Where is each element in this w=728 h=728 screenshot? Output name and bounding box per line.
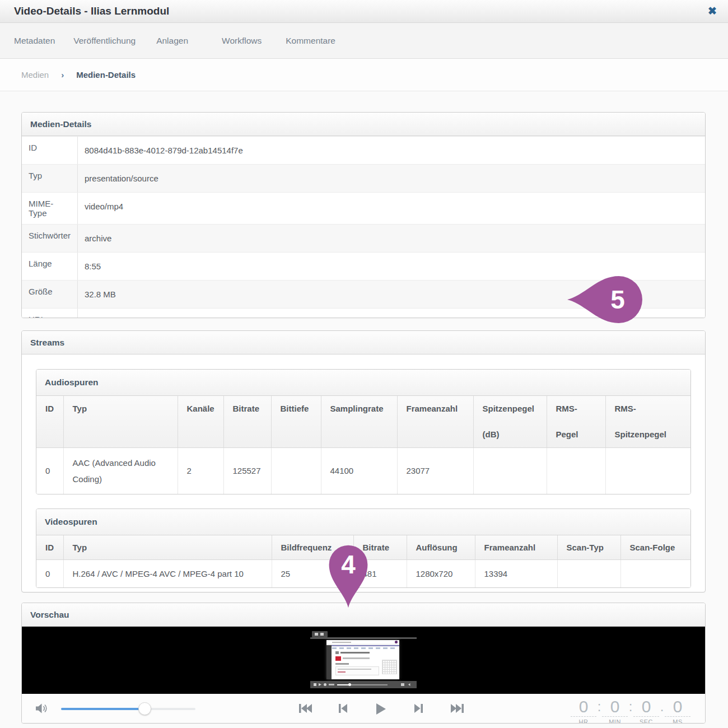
audio-track-row: 0 AAC (Advanced Audio Coding) 2 125527 4… (36, 448, 691, 494)
column-header: RMS-Pegel (547, 396, 605, 448)
cell: 2 (178, 448, 223, 494)
preview-video-area[interactable] (22, 627, 705, 694)
cell (605, 448, 691, 494)
cell: 23077 (397, 448, 473, 494)
cell: AAC (Advanced Audio Coding) (63, 448, 178, 494)
cell: 13394 (475, 560, 557, 587)
close-icon[interactable]: ✖ (708, 3, 717, 19)
column-header: Bitrate (223, 396, 271, 448)
cell: H.264 / AVC / MPEG-4 AVC / MPEG-4 part 1… (63, 560, 272, 587)
volume-icon[interactable] (34, 701, 49, 718)
media-url-link[interactable]: https://admin.opencast.unibe.ch/assets/a… (85, 315, 564, 318)
audio-header-row: ID Typ Kanäle Bitrate Bittiefe Samplingr… (36, 396, 691, 448)
skip-to-end-button[interactable] (450, 702, 464, 717)
thumbnail-browser-window (326, 640, 399, 679)
cell: 44100 (321, 448, 397, 494)
volume-slider-fill (61, 708, 145, 710)
detail-label: Typ (22, 165, 78, 192)
column-header: ID (36, 535, 63, 560)
detail-row-stichwoerter: Stichwörter archive (22, 224, 705, 252)
column-header: Frameanzahl (475, 535, 557, 560)
column-header: Typ (63, 535, 272, 560)
tab-anlagen[interactable]: Anlagen (156, 36, 188, 46)
tab-kommentare[interactable]: Kommentare (286, 36, 335, 46)
play-button[interactable] (375, 702, 387, 718)
detail-value: 8084d41b-883e-4012-879d-12ab14514f7e (78, 137, 705, 164)
video-tracks-title: Videospuren (36, 509, 690, 535)
column-header: Samplingrate (321, 396, 397, 448)
column-header: Scan-Typ (557, 535, 620, 560)
column-header: Frameanzahl (397, 396, 473, 448)
column-header: RMS-Spitzenpegel (605, 396, 691, 448)
detail-row-mime: MIME-Type video/mp4 (22, 192, 705, 224)
streams-title: Streams (22, 331, 705, 354)
column-header: Kanäle (178, 396, 223, 448)
player-controls-bar: 0 HR : 0 MIN : 0 SEC . 0 MS (22, 694, 705, 723)
detail-label: Länge (22, 253, 78, 280)
column-header: Scan-Folge (620, 535, 691, 560)
video-thumbnail (310, 629, 417, 691)
chevron-right-icon: › (61, 70, 64, 80)
detail-label: ID (22, 137, 78, 164)
column-header: ID (36, 396, 63, 448)
timecode-separator: : (628, 697, 633, 716)
timecode-hours-field[interactable]: 0 (571, 697, 596, 717)
cell: 0 (36, 448, 63, 494)
tab-bar: Metadaten Veröffentlichung Anlagen Workf… (0, 23, 728, 59)
media-details-title: Medien-Details (22, 113, 705, 136)
cell (557, 560, 620, 587)
tab-workflows[interactable]: Workflows (222, 36, 262, 46)
detail-value: video/mp4 (78, 193, 705, 224)
detail-value: archive (78, 225, 705, 252)
timecode-display: 0 HR : 0 MIN : 0 SEC . 0 MS (571, 697, 690, 724)
tab-metadaten[interactable]: Metadaten (14, 36, 55, 46)
column-header: Typ (63, 396, 178, 448)
audio-tracks-title: Audiospuren (36, 370, 690, 396)
timecode-separator: . (659, 697, 665, 716)
timecode-ms-field[interactable]: 0 (665, 697, 690, 717)
detail-label: Größe (22, 281, 78, 308)
audio-tracks-panel: Audiospuren ID Typ Kanäle Bitrate Bittie… (36, 369, 691, 494)
skip-to-start-button[interactable] (298, 702, 313, 717)
timecode-seconds-field[interactable]: 0 (633, 697, 659, 717)
cell: 125527 (223, 448, 271, 494)
volume-slider-handle[interactable] (138, 702, 151, 715)
timecode-seconds-label: SEC (633, 718, 659, 724)
detail-row-typ: Typ presentation/source (22, 164, 705, 192)
detail-label: Stichwörter (22, 225, 78, 252)
thumbnail-player-bar (310, 681, 417, 688)
page-title: Video-Details - Ilias Lernmodul (14, 0, 169, 22)
detail-label: URL (22, 309, 78, 318)
cell (620, 560, 691, 587)
cell (473, 448, 547, 494)
breadcrumb-current: Medien-Details (76, 70, 136, 80)
timecode-separator: : (596, 697, 602, 716)
cell (271, 448, 321, 494)
cell: 0 (36, 560, 63, 587)
cell: 1280x720 (407, 560, 475, 587)
timecode-hours-label: HR (571, 718, 596, 724)
column-header: Spitzenpegel (dB) (473, 396, 547, 448)
thumbnail-tab-icons (312, 631, 328, 637)
detail-label: MIME-Type (22, 193, 78, 224)
previous-frame-button[interactable] (338, 702, 349, 717)
column-header: Auflösung (407, 535, 475, 560)
cell (547, 448, 605, 494)
annotation-number-5: 5 (590, 286, 646, 314)
audio-tracks-table: ID Typ Kanäle Bitrate Bittiefe Samplingr… (36, 396, 691, 494)
timecode-ms-label: MS (665, 718, 690, 724)
detail-value: presentation/source (78, 165, 705, 192)
column-header: Bittiefe (271, 396, 321, 448)
annotation-number-4: 4 (325, 550, 371, 578)
next-frame-button[interactable] (413, 702, 424, 717)
tab-veroeffentlichung[interactable]: Veröffentlichung (73, 36, 136, 46)
detail-row-id: ID 8084d41b-883e-4012-879d-12ab14514f7e (22, 136, 705, 164)
timecode-minutes-field[interactable]: 0 (602, 697, 628, 717)
breadcrumb-medien[interactable]: Medien (21, 70, 49, 80)
timecode-minutes-label: MIN (602, 718, 628, 724)
window-titlebar: Video-Details - Ilias Lernmodul ✖ (0, 0, 728, 23)
breadcrumb: Medien › Medien-Details (0, 59, 728, 91)
volume-slider[interactable] (61, 708, 195, 710)
preview-panel: Vorschau (21, 603, 706, 724)
